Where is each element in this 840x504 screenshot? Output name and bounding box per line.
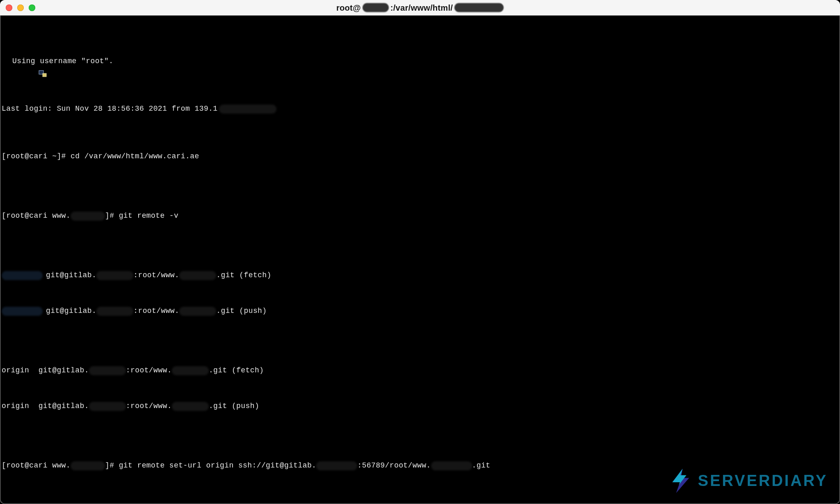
cmd-remote-v-1: git remote -v [119,210,179,222]
svg-rect-1 [43,73,46,77]
title-mid: :/var/www/html/ [390,3,453,12]
maximize-icon[interactable] [29,5,35,11]
title-prefix: root@ [336,3,361,12]
redacted-path-icon [454,3,504,12]
minimize-icon[interactable] [17,5,24,11]
cmd-set-url: git remote set-url origin ssh://git@gitl… [119,460,317,472]
redacted-dir-icon [71,212,105,221]
watermark: SERVERDIARY [667,467,828,494]
window-titlebar: root@ :/var/www/html/ [0,0,840,16]
cmd-cd [66,151,71,162]
redacted-host-icon [363,3,389,12]
last-login-text: Last login: Sun Nov 28 18:56:36 2021 fro… [2,103,217,115]
putty-login-line: Using username "root". [12,55,113,67]
bolt-icon [667,467,694,494]
window-title: root@ :/var/www/html/ [336,3,504,12]
prompt-home: [root@cari ~]# [2,151,66,162]
redacted-remote-icon [2,271,43,280]
origin-label: origin [2,365,29,376]
close-icon[interactable] [6,5,12,11]
putty-icon [2,57,10,66]
watermark-text: SERVERDIARY [698,472,828,490]
terminal-output[interactable]: Using username "root". Last login: Sun N… [0,16,840,504]
redacted-ip-icon [219,105,276,114]
